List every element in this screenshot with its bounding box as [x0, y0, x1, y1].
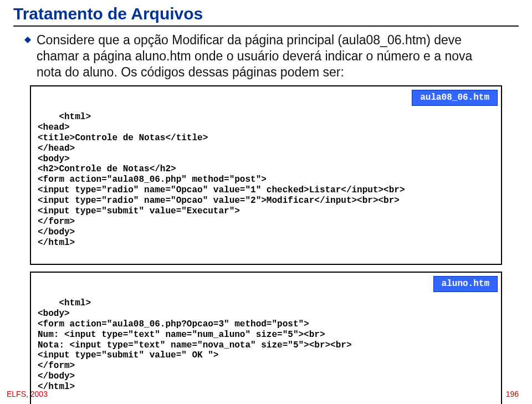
- code-box-2-content: <html> <body> <form action="aula08_06.ph…: [38, 298, 352, 392]
- diamond-bullet-icon: [24, 37, 31, 43]
- code-box-1: aula08_06.htm <html> <head> <title>Contr…: [30, 85, 502, 265]
- footer-left: ELFS, 2003: [7, 390, 48, 398]
- svg-marker-0: [24, 37, 31, 43]
- bullet-line-1: Considere que a opção Modificar da págin…: [37, 32, 472, 48]
- code-box-2: aluno.htm <html> <body> <form action="au…: [30, 272, 502, 404]
- code-box-1-label: aula08_06.htm: [412, 90, 498, 106]
- page-title: Tratamento de Arquivos: [13, 4, 519, 23]
- bullet-line-3: nota do aluno. Os códigos dessas páginas…: [37, 64, 472, 80]
- code-box-1-content: <html> <head> <title>Controle de Notas</…: [38, 112, 405, 248]
- bullet-line-2: chamar a página aluno.htm onde o usuário…: [37, 48, 472, 64]
- footer-right: 196: [506, 390, 519, 398]
- bullet-block: Considere que a opção Modificar da págin…: [24, 32, 519, 80]
- title-divider: [13, 25, 519, 27]
- footer: ELFS, 2003 196: [7, 390, 519, 398]
- code-box-2-label: aluno.htm: [433, 276, 498, 292]
